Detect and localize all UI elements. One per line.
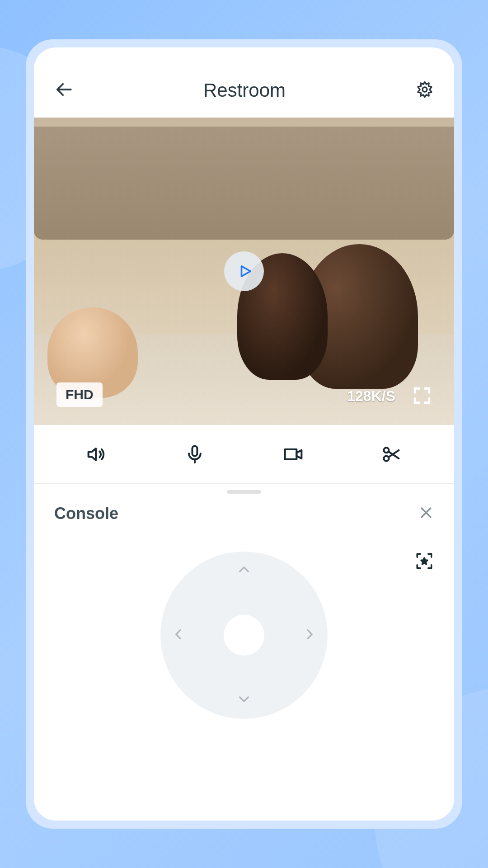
video-camera-icon xyxy=(283,444,303,464)
svg-marker-7 xyxy=(296,450,301,458)
play-icon xyxy=(238,264,253,279)
svg-rect-6 xyxy=(285,449,296,459)
play-button[interactable] xyxy=(224,251,264,291)
dpad-up-button[interactable] xyxy=(237,562,251,579)
quality-badge[interactable]: FHD xyxy=(56,382,103,407)
console-title: Console xyxy=(54,504,118,523)
chevron-right-icon xyxy=(302,627,317,642)
chevron-left-icon xyxy=(171,627,186,642)
speaker-icon xyxy=(87,444,107,464)
dpad-right-button[interactable] xyxy=(302,627,317,643)
phone-screen: Restroom xyxy=(34,47,454,821)
fullscreen-icon xyxy=(413,386,432,405)
svg-marker-14 xyxy=(421,558,427,564)
dpad-center-button[interactable] xyxy=(224,615,264,656)
svg-line-11 xyxy=(389,450,399,457)
arrow-left-icon xyxy=(54,80,73,99)
console-panel: Console xyxy=(34,484,454,821)
speaker-button[interactable] xyxy=(85,443,108,466)
action-bar xyxy=(34,425,454,484)
close-console-button[interactable] xyxy=(418,505,434,522)
snip-button[interactable] xyxy=(380,443,403,466)
back-button[interactable] xyxy=(54,80,73,101)
gear-icon xyxy=(416,80,434,99)
close-icon xyxy=(418,505,434,520)
dpad-control xyxy=(160,552,328,719)
settings-button[interactable] xyxy=(416,80,434,100)
microphone-icon xyxy=(185,444,205,464)
console-header: Console xyxy=(54,504,434,523)
header: Restroom xyxy=(34,63,454,118)
dpad-down-button[interactable] xyxy=(237,692,251,708)
svg-line-10 xyxy=(389,451,399,458)
video-feed[interactable]: FHD 128K/S xyxy=(34,118,454,425)
record-button[interactable] xyxy=(282,443,305,466)
chevron-down-icon xyxy=(237,692,251,706)
svg-point-1 xyxy=(422,87,427,92)
phone-frame: Restroom xyxy=(26,39,462,829)
dpad-left-button[interactable] xyxy=(171,627,186,643)
scissors-icon xyxy=(381,444,401,464)
focus-star-icon xyxy=(415,552,434,571)
drag-handle[interactable] xyxy=(227,490,261,494)
bitrate-indicator: 128K/S xyxy=(347,388,395,405)
svg-rect-4 xyxy=(192,446,197,456)
page-title: Restroom xyxy=(203,80,286,101)
calibrate-button[interactable] xyxy=(415,552,434,572)
mic-button[interactable] xyxy=(183,443,206,466)
svg-marker-3 xyxy=(88,448,96,460)
fullscreen-button[interactable] xyxy=(413,386,432,407)
chevron-up-icon xyxy=(237,562,251,577)
svg-marker-2 xyxy=(242,266,251,277)
